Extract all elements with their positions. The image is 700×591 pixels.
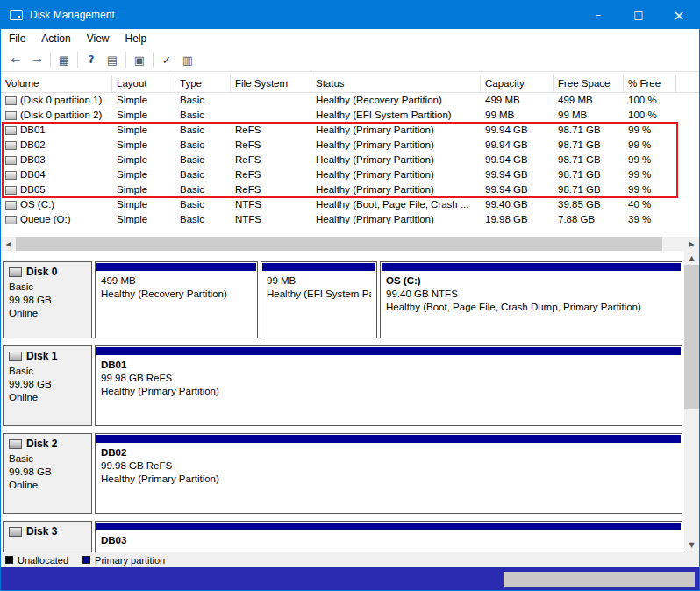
- volume-file-system: NTFS: [231, 197, 311, 212]
- scroll-up-icon[interactable]: ▲: [684, 251, 699, 265]
- volume-name: DB02: [20, 138, 46, 153]
- scroll-left-icon[interactable]: ◀: [1, 237, 16, 251]
- volume-status: Healthy (EFI System Partition): [311, 108, 481, 123]
- disk-icon: [9, 352, 22, 361]
- vertical-scrollbar-thumb[interactable]: [684, 265, 699, 409]
- volume-pct-free: 99 %: [624, 167, 676, 182]
- column-header-pct-free[interactable]: % Free: [624, 75, 676, 93]
- menu-help[interactable]: Help: [118, 29, 155, 48]
- unallocated-color-swatch: [5, 556, 13, 564]
- volume-free-space: 98.71 GB: [554, 138, 624, 153]
- volume-pct-free: 99 %: [624, 138, 676, 153]
- volume-status: Healthy (Primary Partition): [311, 167, 481, 182]
- volume-row[interactable]: OS (C:) Simple Basic NTFS Healthy (Boot,…: [1, 197, 699, 212]
- minimize-button[interactable]: –: [578, 1, 618, 29]
- volume-row[interactable]: (Disk 0 partition 2) Simple Basic Health…: [1, 108, 699, 123]
- help-icon[interactable]: ?: [81, 50, 102, 69]
- volume-status: Healthy (Primary Partition): [311, 212, 481, 227]
- volume-row[interactable]: DB05 Simple Basic ReFS Healthy (Primary …: [1, 182, 699, 197]
- primary-partition-band: [382, 263, 681, 271]
- scroll-down-icon[interactable]: ▼: [684, 538, 699, 552]
- disk-status: Online: [9, 391, 86, 404]
- list-view-icon[interactable]: ▥: [177, 50, 198, 69]
- volume-file-system: ReFS: [231, 138, 311, 153]
- column-header-volume[interactable]: Volume: [1, 75, 112, 93]
- primary-partition-color-swatch: [82, 556, 90, 564]
- disk-1-partitions: DB01 99.98 GB ReFS Healthy (Primary Part…: [95, 345, 682, 426]
- disk-row-0: Disk 0 Basic 99.98 GB Online 499 MB Heal…: [3, 261, 682, 338]
- partition-efi[interactable]: 99 MB Healthy (EFI System Pa: [261, 261, 377, 338]
- volume-row[interactable]: DB04 Simple Basic ReFS Healthy (Primary …: [1, 167, 699, 182]
- volume-pct-free: 39 %: [624, 212, 676, 227]
- show-action-pane-icon[interactable]: ▣: [129, 50, 150, 69]
- volume-icon: [5, 96, 17, 105]
- disk-1-header[interactable]: Disk 1 Basic 99.98 GB Online: [3, 345, 92, 426]
- column-header-type[interactable]: Type: [175, 75, 231, 93]
- legend-primary-partition: Primary partition: [82, 555, 165, 566]
- legend-unallocated: Unallocated: [5, 555, 68, 566]
- volume-icon: [5, 156, 17, 165]
- toolbar-separator: [153, 52, 154, 68]
- show-console-tree-icon[interactable]: ▦: [54, 50, 75, 69]
- column-header-free-space[interactable]: Free Space: [554, 75, 624, 93]
- disk-0-partitions: 499 MB Healthy (Recovery Partition) 99 M…: [95, 261, 682, 338]
- bottom-bar: [1, 567, 699, 590]
- disk-2-header[interactable]: Disk 2 Basic 99.98 GB Online: [3, 433, 92, 514]
- horizontal-scrollbar-track[interactable]: [662, 237, 684, 251]
- volume-status: Healthy (Primary Partition): [311, 123, 481, 138]
- volume-row[interactable]: DB01 Simple Basic ReFS Healthy (Primary …: [1, 123, 699, 138]
- properties-icon[interactable]: ▤: [102, 50, 123, 69]
- volume-file-system: ReFS: [231, 123, 311, 138]
- partition-recovery[interactable]: 499 MB Healthy (Recovery Partition): [95, 261, 258, 338]
- partition-status: Healthy (Primary Partition): [101, 385, 676, 398]
- partition-db02[interactable]: DB02 99.98 GB ReFS Healthy (Primary Part…: [95, 433, 682, 514]
- check-icon[interactable]: ✓: [156, 50, 177, 69]
- horizontal-scrollbar-thumb[interactable]: [16, 237, 662, 251]
- disk-0-header[interactable]: Disk 0 Basic 99.98 GB Online: [3, 261, 92, 338]
- partition-db01[interactable]: DB01 99.98 GB ReFS Healthy (Primary Part…: [95, 345, 682, 426]
- close-button[interactable]: ×: [659, 1, 699, 29]
- volume-file-system: ReFS: [231, 167, 311, 182]
- volume-row[interactable]: DB03 Simple Basic ReFS Healthy (Primary …: [1, 153, 699, 167]
- menu-view[interactable]: View: [79, 29, 118, 48]
- horizontal-scrollbar[interactable]: ◀ ▶: [1, 237, 699, 251]
- volume-icon: [5, 111, 17, 120]
- volume-row[interactable]: Queue (Q:) Simple Basic NTFS Healthy (Pr…: [1, 212, 699, 227]
- back-icon[interactable]: ←: [5, 50, 26, 69]
- volume-free-space: 99 MB: [554, 108, 624, 123]
- column-header-file-system[interactable]: File System: [231, 75, 311, 93]
- disk-name: Disk 0: [26, 266, 57, 278]
- volume-type: Basic: [175, 138, 231, 153]
- vertical-scrollbar[interactable]: ▲ ▼: [684, 251, 699, 552]
- scroll-right-icon[interactable]: ▶: [684, 237, 699, 251]
- vertical-scrollbar-track[interactable]: [684, 265, 699, 538]
- disk-row-2: Disk 2 Basic 99.98 GB Online DB02 99.98 …: [3, 433, 682, 514]
- partition-status: Healthy (Recovery Partition): [101, 288, 252, 301]
- volume-layout: Simple: [112, 93, 175, 108]
- volume-row[interactable]: DB02 Simple Basic ReFS Healthy (Primary …: [1, 138, 699, 153]
- partition-os-c[interactable]: OS (C:) 99.40 GB NTFS Healthy (Boot, Pag…: [380, 261, 682, 338]
- disk-status: Online: [9, 479, 86, 492]
- volume-list-pane: Volume Layout Type File System Status Ca…: [1, 72, 699, 237]
- partition-label: DB03: [101, 534, 676, 547]
- column-header-capacity[interactable]: Capacity: [481, 75, 554, 93]
- volume-file-system: ReFS: [231, 153, 311, 167]
- maximize-button[interactable]: □: [618, 1, 659, 29]
- column-header-layout[interactable]: Layout: [112, 75, 175, 93]
- volume-free-space: 499 MB: [554, 93, 624, 108]
- volume-pct-free: 99 %: [624, 182, 676, 197]
- volume-table-header: Volume Layout Type File System Status Ca…: [1, 75, 699, 93]
- menu-action[interactable]: Action: [33, 29, 78, 48]
- column-header-status[interactable]: Status: [311, 75, 481, 93]
- volume-name: Queue (Q:): [20, 212, 71, 227]
- forward-icon[interactable]: →: [26, 50, 47, 69]
- partition-db03[interactable]: DB03: [95, 521, 682, 552]
- disk-size: 99.98 GB: [9, 294, 86, 307]
- volume-type: Basic: [175, 212, 231, 227]
- menu-file[interactable]: File: [1, 29, 33, 48]
- volume-row[interactable]: (Disk 0 partition 1) Simple Basic Health…: [1, 93, 699, 108]
- primary-partition-band: [96, 263, 256, 271]
- partition-status: Healthy (Boot, Page File, Crash Dump, Pr…: [386, 301, 676, 314]
- disk-3-header[interactable]: Disk 3: [3, 521, 92, 552]
- disk-2-partitions: DB02 99.98 GB ReFS Healthy (Primary Part…: [95, 433, 682, 514]
